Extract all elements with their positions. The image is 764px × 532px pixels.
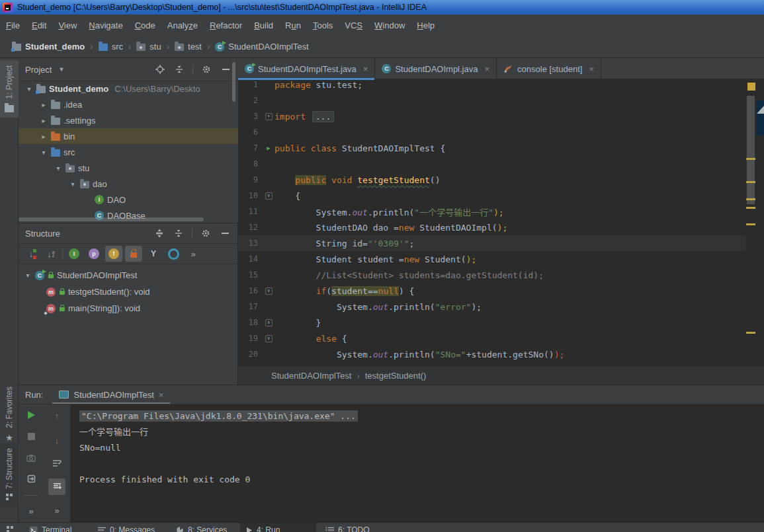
stripe-tab-favorites[interactable]: 2: Favorites ★ bbox=[0, 387, 19, 443]
code-line-8[interactable]: 8 bbox=[238, 156, 745, 172]
line-number[interactable]: 17 bbox=[238, 302, 263, 311]
code-line-17[interactable]: 17 System.out.println("error"); bbox=[238, 299, 745, 315]
menu-item-analyze[interactable]: Analyze bbox=[161, 20, 204, 30]
code-line-10[interactable]: 10∨ { bbox=[238, 188, 745, 204]
restore-layout-button[interactable] bbox=[19, 469, 44, 490]
line-number[interactable]: 11 bbox=[238, 207, 263, 216]
expand-all-button[interactable] bbox=[153, 227, 165, 239]
console-line[interactable]: 一个学号输出一行 bbox=[79, 424, 764, 440]
filter-sortaz-button[interactable]: ↓az bbox=[42, 246, 60, 262]
tree-arrow-icon[interactable]: ▸ bbox=[40, 117, 48, 124]
fold-marker-icon[interactable]: + bbox=[263, 113, 275, 120]
console-line[interactable]: "C:\Program Files\Java\jdk1.8.0_231\bin\… bbox=[79, 408, 764, 424]
filter-fields-button[interactable]: f bbox=[105, 246, 122, 262]
console-line[interactable]: SNo=null bbox=[79, 440, 764, 456]
menu-item-view[interactable]: View bbox=[52, 20, 83, 30]
run-line-icon[interactable]: ▶ bbox=[263, 145, 275, 151]
menu-item-code[interactable]: Code bbox=[129, 20, 161, 30]
menu-item-window[interactable]: Window bbox=[368, 20, 411, 30]
line-number[interactable]: 6 bbox=[238, 128, 263, 137]
project-tree-row-dao[interactable]: IDAO bbox=[19, 192, 238, 208]
up-stack-trace-button[interactable]: ↑ bbox=[44, 404, 70, 428]
editor-area[interactable]: CStudentDAOImplTest.java×CStudentDAOImpl… bbox=[238, 58, 764, 385]
code-line-3[interactable]: 3+import ... bbox=[238, 108, 745, 124]
filter-inherited-button[interactable]: I bbox=[65, 246, 83, 262]
structure-row[interactable]: mtestgetStudent(): void bbox=[19, 284, 237, 300]
structure-row[interactable]: mmain(String[]): void bbox=[19, 300, 237, 317]
code-line-7[interactable]: 7▶public class StudentDAOImplTest { bbox=[238, 140, 745, 156]
line-number[interactable]: 7 bbox=[238, 143, 263, 153]
statusbar-8-services[interactable]: 8: Services bbox=[176, 525, 227, 532]
hide-panel-button[interactable] bbox=[220, 63, 232, 75]
filter-donut-button[interactable] bbox=[165, 246, 182, 262]
line-number[interactable]: 3 bbox=[238, 112, 263, 121]
statusbar-4-run[interactable]: 4: Run bbox=[246, 525, 280, 532]
line-number[interactable]: 20 bbox=[238, 350, 263, 359]
fold-marker-icon[interactable]: ∨ bbox=[263, 287, 275, 295]
down-stack-trace-button[interactable]: ↓ bbox=[44, 428, 70, 451]
project-tree-row-.settings[interactable]: ▸.settings bbox=[19, 112, 238, 128]
code-line-2[interactable]: 2 bbox=[238, 93, 745, 108]
console-line[interactable] bbox=[79, 456, 764, 472]
code-line-9[interactable]: 9 public void testgetStudent() bbox=[238, 172, 745, 188]
collapse-all-button[interactable] bbox=[173, 227, 185, 239]
line-number[interactable]: 19 bbox=[238, 334, 263, 343]
tree-arrow-icon[interactable]: ▾ bbox=[69, 180, 77, 188]
breadcrumb-class[interactable]: StudentDAOImplTest bbox=[271, 371, 351, 381]
error-stripe[interactable] bbox=[745, 79, 756, 365]
collapse-all-button[interactable] bbox=[173, 63, 185, 75]
settings-gear-icon[interactable] bbox=[200, 63, 212, 75]
tree-arrow-icon[interactable]: ▾ bbox=[40, 149, 48, 156]
code-line-15[interactable]: 15 //List<Student> students=dao.getStude… bbox=[238, 267, 745, 283]
code-editor[interactable]: 1package stu.test;23+import ...67▶public… bbox=[238, 77, 745, 365]
run-console-output[interactable]: "C:\Program Files\Java\jdk1.8.0_231\bin\… bbox=[70, 404, 764, 522]
dump-threads-button[interactable] bbox=[19, 447, 44, 468]
line-number[interactable]: 14 bbox=[238, 254, 263, 264]
fold-marker-icon[interactable]: ∧ bbox=[263, 319, 275, 326]
editor-tab-console-student-[interactable]: console [student]× bbox=[497, 58, 601, 79]
code-line-13[interactable]: 13 String id="'0309'"; bbox=[238, 235, 745, 251]
tree-arrow-icon[interactable]: ▸ bbox=[40, 101, 48, 108]
filter-properties-button[interactable]: p bbox=[85, 246, 103, 262]
project-vertical-scrollbar[interactable] bbox=[232, 62, 235, 102]
menu-item-refactor[interactable]: Refactor bbox=[204, 20, 248, 30]
project-tree-row-bin[interactable]: ▸bin bbox=[19, 128, 238, 144]
filter-sortvis-button[interactable]: ↓ bbox=[22, 246, 40, 262]
breadcrumb-item-stu[interactable]: stu bbox=[136, 42, 161, 52]
breadcrumb-item-src[interactable]: src bbox=[99, 42, 123, 52]
warning-stripe-mark[interactable] bbox=[746, 207, 755, 209]
chevron-down-icon[interactable]: ▼ bbox=[58, 66, 64, 73]
line-number[interactable]: 8 bbox=[238, 159, 263, 169]
editor-tab-studentdaoimpl-java[interactable]: CStudentDAOImpl.java× bbox=[375, 58, 497, 79]
close-icon[interactable]: × bbox=[484, 64, 489, 74]
warning-stripe-mark[interactable] bbox=[746, 181, 755, 183]
menu-item-file[interactable]: File bbox=[0, 20, 26, 30]
breadcrumb-item-student_demo[interactable]: Student_demo bbox=[12, 42, 85, 52]
statusbar-terminal[interactable]: Terminal bbox=[29, 525, 71, 532]
locate-file-button[interactable] bbox=[154, 63, 166, 75]
line-number[interactable]: 13 bbox=[238, 239, 263, 248]
tree-arrow-icon[interactable]: ▾ bbox=[54, 165, 62, 172]
line-number[interactable]: 15 bbox=[238, 270, 263, 280]
menu-item-vcs[interactable]: VCS bbox=[339, 20, 368, 30]
breadcrumb-item-test[interactable]: test bbox=[175, 42, 202, 52]
line-number[interactable]: 16 bbox=[238, 286, 263, 295]
breadcrumb-item-studentdaoimpltest[interactable]: CStudentDAOImplTest bbox=[215, 42, 308, 52]
warning-stripe-mark[interactable] bbox=[746, 198, 755, 200]
stop-button[interactable] bbox=[19, 426, 44, 447]
scroll-to-end-button[interactable] bbox=[48, 478, 65, 494]
rerun-button[interactable] bbox=[19, 404, 44, 426]
filter-yicon-button[interactable]: Y bbox=[145, 246, 162, 262]
code-line-16[interactable]: 16∨ if(student==null) { bbox=[238, 283, 745, 299]
project-tree-row-.idea[interactable]: ▸.idea bbox=[19, 96, 238, 112]
code-line-6[interactable]: 6 bbox=[238, 124, 745, 140]
editor-tab-studentdaoimpltest-java[interactable]: CStudentDAOImplTest.java× bbox=[238, 58, 375, 79]
console-line[interactable]: Process finished with exit code 0 bbox=[79, 472, 764, 488]
close-icon[interactable]: × bbox=[363, 64, 368, 74]
hide-panel-button[interactable] bbox=[219, 227, 231, 239]
code-line-11[interactable]: 11 System.out.println("一个学号输出一行"); bbox=[238, 204, 745, 219]
settings-gear-icon[interactable] bbox=[200, 227, 212, 239]
soft-wrap-button[interactable] bbox=[44, 451, 70, 475]
project-tree-row-dao[interactable]: ▾dao bbox=[19, 176, 238, 192]
more-options-button[interactable]: » bbox=[44, 499, 70, 522]
